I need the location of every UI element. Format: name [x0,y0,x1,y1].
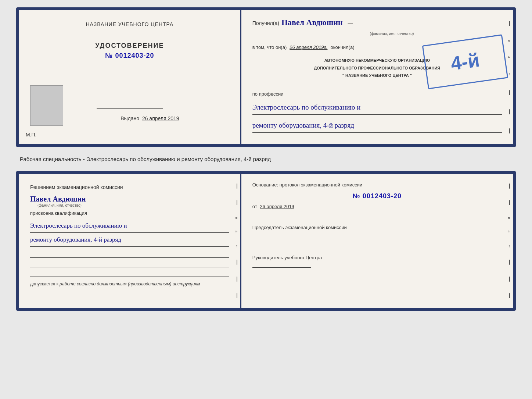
issued-date-block: Выдано 26 апреля 2019 [121,115,179,121]
bottom-document: Решением экзаменационной комиссии Павел … [16,171,516,311]
recipient-name: Павел Авдюшин [281,18,343,27]
separator-line-2 [97,108,163,109]
bottom-person-name: Павел Авдюшин [30,195,229,203]
in-that-prefix: в том, что он(а) [252,44,287,50]
letter-barrow: ← [235,244,239,248]
fio-hint-top: (фамилия, имя, отчество) [282,32,502,36]
stamp-overlay: 4-й [422,34,508,89]
cert-type-label: УДОСТОВЕРЕНИЕ [95,42,164,50]
dash-b4 [237,277,237,282]
issued-label: Выдано [121,115,139,121]
dash-2 [509,90,510,95]
letter-brarrow: ← [507,244,512,248]
director-block: Руководитель учебного Центра [252,254,502,268]
dash-br3 [509,260,510,265]
allowed-block: допускается к работе согласно должностны… [30,281,229,286]
middle-text: Рабочая специальность - Электрослесарь п… [20,156,271,162]
profession-value-1: Электрослесарь по обслуживанию и [252,101,502,115]
dash-b2 [237,200,237,205]
letter-a: а [507,56,512,58]
letter-bi: и [235,217,239,219]
dash-br5 [509,293,510,298]
received-line: Получил(а) Павел Авдюшин — [252,18,502,27]
allowed-prefix: допускается к [30,281,58,286]
received-prefix: Получил(а) [252,20,279,26]
profession-label: по профессии [252,91,502,97]
bottom-date-block: от 26 апреля 2019 [252,204,502,209]
finished-label: окончил(а) [330,44,354,50]
commission-decision: Решением экзаменационной комиссии [30,183,229,191]
dash-b3 [237,260,237,265]
mp-label: М.П. [26,132,37,138]
side-decoration-bottom: и а ← [234,174,240,308]
basis-label: Основание: протокол экзаменационной коми… [252,181,502,189]
director-label: Руководитель учебного Центра [252,254,502,261]
photo-placeholder [30,85,63,126]
dash-br2 [509,200,510,205]
top-doc-right: Получил(а) Павел Авдюшин — (фамилия, имя… [241,10,513,144]
training-center-title-left: НАЗВАНИЕ УЧЕБНОГО ЦЕНТРА [86,21,174,27]
top-doc-left: НАЗВАНИЕ УЧЕБНОГО ЦЕНТРА УДОСТОВЕРЕНИЕ №… [19,10,241,144]
bottom-line-3 [30,270,229,277]
top-document: НАЗВАНИЕ УЧЕБНОГО ЦЕНТРА УДОСТОВЕРЕНИЕ №… [16,7,516,147]
dash-b5 [237,293,237,298]
director-signature-line [252,267,311,268]
chairman-label: Председатель экзаменационной комиссии [252,224,502,231]
chairman-signature-line [252,237,311,237]
letter-bra: а [507,231,512,232]
separator-line-1 [97,76,163,76]
dash-br4 [509,277,510,282]
bottom-lines [30,250,229,277]
qualification-1: Электрослесарь по обслуживанию и [30,220,229,233]
cert-number: № 0012403-20 [95,52,164,60]
bottom-doc-left: Решением экзаменационной комиссии Павел … [19,174,241,308]
bottom-cert-number: № 0012403-20 [252,192,502,200]
dash-br1 [509,184,510,189]
profession-value-2: ремонту оборудования, 4-й разряд [252,119,502,133]
date-value-top: 26 апреля 2019г. [290,44,327,50]
dash-4 [509,128,510,133]
issued-date-value: 26 апреля 2019 [142,115,179,121]
letter-arrow: ← [507,72,512,76]
dash-b1 [237,184,237,189]
fio-hint-bottom: (фамилия, имя, отчество) [37,203,229,207]
letter-bri: и [507,217,512,219]
date-prefix: от [252,204,257,209]
bottom-date-value: 26 апреля 2019 [260,204,294,209]
bottom-line-2 [30,260,229,267]
letter-ba: а [235,231,239,232]
allowed-text-value: работе согласно должностным (производств… [60,281,200,286]
assigned-label: присвоена квалификация [30,210,229,216]
middle-text-block: Рабочая специальность - Электрослесарь п… [16,154,516,164]
side-decoration-bottom-right: и а ← [506,174,513,308]
letter-i: и [507,40,512,42]
chairman-block: Председатель экзаменационной комиссии [252,224,502,238]
dash-3 [509,109,510,114]
stamp-grade: 4-й [450,50,481,73]
qualification-2: ремонту оборудования, 4-й разряд [30,234,229,247]
bottom-doc-right: Основание: протокол экзаменационной коми… [241,174,513,308]
dash-1 [509,21,510,26]
bottom-line-1 [30,250,229,258]
